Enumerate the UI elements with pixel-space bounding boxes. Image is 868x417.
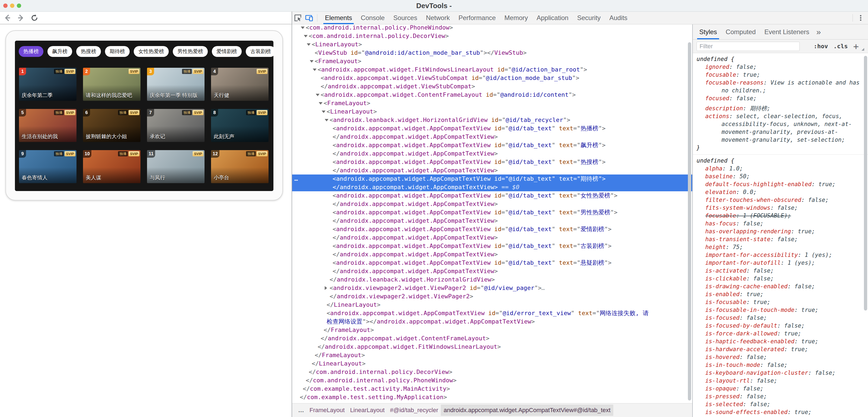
element-classes-button[interactable]: .cls xyxy=(834,43,848,49)
tree-row[interactable]: <androidx.leanback.widget.HorizontalGrid… xyxy=(292,116,692,124)
style-property[interactable]: is-haptic-feedback-enabled: true; xyxy=(696,338,864,345)
style-property[interactable]: is-focused: false; xyxy=(696,314,864,322)
preview-tab-5[interactable]: 女性热爱榜 xyxy=(134,46,169,57)
collapse-arrow-icon[interactable] xyxy=(313,69,316,71)
more-tabs-icon[interactable]: » xyxy=(814,24,824,39)
preview-tab-8[interactable]: 古装剧榜 xyxy=(246,46,273,57)
tree-row[interactable]: <androidx.appcompat.widget.AppCompatText… xyxy=(292,158,692,166)
tree-row[interactable]: </LinearLayout> xyxy=(292,301,692,309)
tree-row[interactable]: </FrameLayout> xyxy=(292,326,692,334)
breadcrumb-item[interactable]: LinearLayout xyxy=(347,405,388,416)
collapse-arrow-icon[interactable] xyxy=(301,27,305,29)
style-property[interactable]: is-focused-by-default: false; xyxy=(696,322,864,330)
style-property[interactable]: is-selected: false; xyxy=(696,401,864,408)
styles-filter-input[interactable] xyxy=(696,42,800,51)
style-property[interactable]: is-in-touch-mode: false; xyxy=(696,361,864,369)
tree-row-selected[interactable]: …<androidx.appcompat.widget.AppCompatTex… xyxy=(292,174,692,183)
style-property[interactable]: is-pressed: false; xyxy=(696,393,864,401)
breadcrumb-item[interactable]: androidx.appcompat.widget.AppCompatTextV… xyxy=(441,405,613,416)
tree-row[interactable]: <com.android.internal.policy.DecorView> xyxy=(292,32,692,40)
tab-console[interactable]: Console xyxy=(356,12,389,24)
tree-row[interactable]: </androidx.appcompat.widget.AppCompatTex… xyxy=(292,233,692,242)
tree-row[interactable]: </androidx.appcompat.widget.AppCompatTex… xyxy=(292,149,692,158)
style-property[interactable]: default-focus-highlight-enabled: true; xyxy=(696,180,864,188)
style-property[interactable]: is-opaque: false; xyxy=(696,385,864,393)
tree-row[interactable]: </androidx.appcompat.widget.AppCompatTex… xyxy=(292,200,692,208)
tree-row[interactable]: </androidx.appcompat.widget.AppCompatTex… xyxy=(292,250,692,258)
tree-row[interactable]: <LinearLayout> xyxy=(292,107,692,116)
drama-card[interactable]: 3独播SVIP庆余年第一季 特别版 xyxy=(147,68,205,101)
style-property[interactable]: has-overlapping-rendering: true; xyxy=(696,228,864,236)
new-style-rule-button[interactable]: + xyxy=(854,44,859,49)
style-property[interactable]: is-enabled: true; xyxy=(696,290,864,298)
style-property[interactable]: height: 75; xyxy=(696,243,864,251)
tree-row[interactable]: </androidx.appcompat.widget.ViewStubComp… xyxy=(292,82,692,91)
tree-row[interactable]: </androidx.appcompat.widget.AppCompatTex… xyxy=(292,267,692,275)
tab-network[interactable]: Network xyxy=(422,12,454,24)
drama-card[interactable]: 11SVIP与凤行 xyxy=(147,150,205,183)
style-property[interactable]: is-activated: false; xyxy=(696,267,864,275)
back-button[interactable] xyxy=(3,14,11,22)
tree-row[interactable]: <androidx.appcompat.widget.AppCompatText… xyxy=(292,141,692,149)
tab-security[interactable]: Security xyxy=(573,12,605,24)
style-property[interactable]: focusable-reasons: View is actionable an… xyxy=(696,79,864,95)
collapse-arrow-icon[interactable] xyxy=(319,102,322,105)
tree-row[interactable]: </androidx.appcompat.widget.FitWindowsLi… xyxy=(292,343,692,351)
tree-row[interactable]: </androidx.viewpager2.widget.ViewPager2> xyxy=(292,292,692,301)
tab-memory[interactable]: Memory xyxy=(500,12,532,24)
breadcrumb-item[interactable]: #@id/tab_recycler xyxy=(388,405,441,416)
style-property[interactable]: is-hardware-accelerated: true; xyxy=(696,345,864,353)
style-property[interactable]: is-focusable-in-touch-mode: true; xyxy=(696,306,864,314)
style-property[interactable]: focusable: true; xyxy=(696,71,864,79)
style-property[interactable]: focused: false; xyxy=(696,95,864,102)
drama-card[interactable]: 4SVIP天行健 xyxy=(211,68,269,101)
style-property[interactable]: elevation: 0.0; xyxy=(696,188,864,196)
tree-row[interactable]: </com.android.internal.policy.DecorView> xyxy=(292,368,692,376)
tree-row[interactable]: 检查网络设置"></androidx.appcompat.widget.AppC… xyxy=(292,317,692,326)
tab-event-listeners[interactable]: Event Listeners xyxy=(760,24,813,39)
preview-tab-3[interactable]: 热搜榜 xyxy=(76,46,101,57)
tree-row[interactable]: <androidx.appcompat.widget.ContentFrameL… xyxy=(292,91,692,99)
drama-card[interactable]: 7独播SVIP承欢记 xyxy=(147,109,205,142)
preview-tab-4[interactable]: 期待榜 xyxy=(105,46,130,57)
tree-row[interactable]: </FrameLayout> xyxy=(292,351,692,359)
drama-card[interactable]: 12独播SVIP小亭台 xyxy=(211,150,269,183)
tree-row[interactable]: <androidx.appcompat.widget.AppCompatText… xyxy=(292,242,692,250)
tree-row[interactable]: <androidx.appcompat.widget.ViewStubCompa… xyxy=(292,74,692,82)
reload-button[interactable] xyxy=(30,14,38,22)
collapse-arrow-icon[interactable] xyxy=(307,43,311,46)
tree-row[interactable]: <FrameLayout> xyxy=(292,99,692,107)
tab-performance[interactable]: Performance xyxy=(454,12,500,24)
tab-audits[interactable]: Audits xyxy=(605,12,632,24)
tree-row[interactable]: </com.example.test.setting.MyApplication… xyxy=(292,393,692,401)
tree-row[interactable]: </LinearLayout> xyxy=(292,359,692,368)
expand-arrow-icon[interactable] xyxy=(325,286,327,290)
tab-styles[interactable]: Styles xyxy=(695,24,721,39)
tree-row[interactable]: </com.example.test.activity.MainActivity… xyxy=(292,384,692,393)
tree-row[interactable]: </androidx.appcompat.widget.AppCompatTex… xyxy=(292,216,692,225)
style-property[interactable]: fits-system-windows: false; xyxy=(696,204,864,212)
collapse-arrow-icon[interactable] xyxy=(310,60,314,63)
tree-row[interactable]: <FrameLayout> xyxy=(292,57,692,65)
drama-card[interactable]: 5独播SVIP生活在别处的我 xyxy=(19,109,76,142)
style-property[interactable]: baseline: 50; xyxy=(696,173,864,180)
tree-row[interactable]: </androidx.appcompat.widget.ContentFrame… xyxy=(292,334,692,343)
toggle-element-state-button[interactable]: :hov xyxy=(814,43,828,49)
drama-card[interactable]: 1独播SVIP庆余年第二季 xyxy=(19,68,76,101)
tab-sources[interactable]: Sources xyxy=(389,12,422,24)
style-property[interactable]: has-transient-state: false; xyxy=(696,236,864,243)
toggle-device-toolbar-button[interactable] xyxy=(304,12,315,23)
forward-button[interactable] xyxy=(17,14,25,22)
style-property[interactable]: filter-touches-when-obscured: false; xyxy=(696,196,864,204)
tab-computed[interactable]: Computed xyxy=(721,24,760,39)
breadcrumb-item[interactable]: FrameLayout xyxy=(307,405,347,416)
drama-card[interactable]: 2SVIP请和这样的我恋爱吧 xyxy=(83,68,141,101)
drama-card[interactable]: 10独播SVIP美人谋 xyxy=(83,150,141,183)
style-property[interactable]: is-keyboard-navigation-cluster: false; xyxy=(696,369,864,377)
drama-card[interactable]: 9独播SVIP春色寄情人 xyxy=(19,150,76,183)
style-property[interactable]: is-layout-rtl: false; xyxy=(696,377,864,385)
tree-row[interactable]: </androidx.appcompat.widget.AppCompatTex… xyxy=(292,133,692,141)
style-property[interactable]: has-focus: false; xyxy=(696,220,864,228)
style-property[interactable]: ignored: false; xyxy=(696,63,864,71)
style-property[interactable]: description: 期待榜; xyxy=(696,105,864,112)
